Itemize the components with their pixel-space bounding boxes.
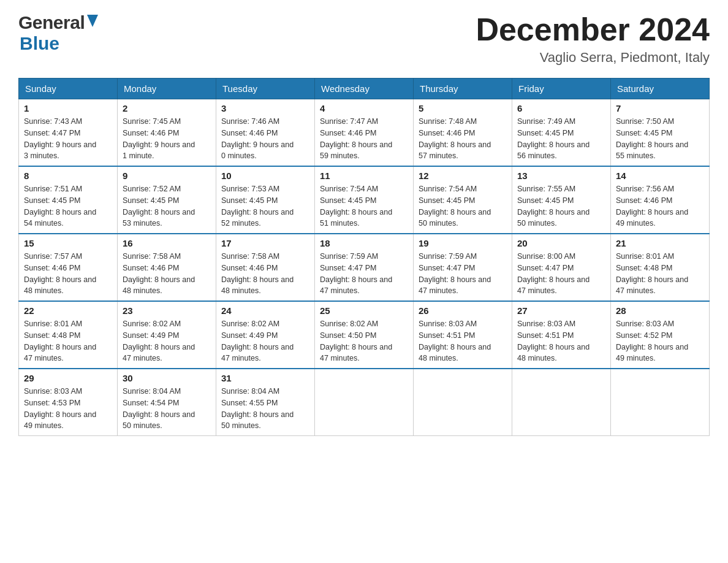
day-number: 3 [221,103,309,113]
day-number: 19 [419,238,507,248]
calendar-cell: 23Sunrise: 8:02 AMSunset: 4:49 PMDayligh… [118,301,216,369]
day-info: Sunrise: 7:54 AMSunset: 4:45 PMDaylight:… [419,183,507,229]
calendar-table: Sunday Monday Tuesday Wednesday Thursday… [18,78,710,436]
logo-blue-text: Blue [20,33,59,54]
day-info: Sunrise: 7:49 AMSunset: 4:45 PMDaylight:… [517,116,605,162]
day-number: 22 [24,305,112,316]
day-info: Sunrise: 7:48 AMSunset: 4:46 PMDaylight:… [419,116,507,162]
calendar-cell: 13Sunrise: 7:55 AMSunset: 4:45 PMDayligh… [512,166,611,234]
calendar-cell: 21Sunrise: 8:01 AMSunset: 4:48 PMDayligh… [611,234,710,301]
day-number: 31 [221,373,309,383]
day-info: Sunrise: 8:03 AMSunset: 4:51 PMDaylight:… [419,318,507,364]
day-number: 28 [616,305,704,316]
day-info: Sunrise: 8:02 AMSunset: 4:50 PMDaylight:… [320,318,408,364]
col-saturday: Saturday [611,79,710,99]
day-number: 13 [517,170,605,181]
calendar-cell: 14Sunrise: 7:56 AMSunset: 4:46 PMDayligh… [611,166,710,234]
page-header: General Blue December 2024 Vaglio Serra,… [18,12,710,66]
day-info: Sunrise: 7:53 AMSunset: 4:45 PMDaylight:… [221,183,309,229]
day-info: Sunrise: 7:46 AMSunset: 4:46 PMDaylight:… [221,116,309,162]
month-title: December 2024 [476,12,710,47]
day-number: 2 [123,103,211,113]
day-number: 1 [24,103,112,113]
calendar-cell: 25Sunrise: 8:02 AMSunset: 4:50 PMDayligh… [315,301,414,369]
calendar-cell: 16Sunrise: 7:58 AMSunset: 4:46 PMDayligh… [118,234,216,301]
calendar-cell: 22Sunrise: 8:01 AMSunset: 4:48 PMDayligh… [19,301,118,369]
calendar-cell: 27Sunrise: 8:03 AMSunset: 4:51 PMDayligh… [512,301,611,369]
day-number: 6 [517,103,605,113]
day-number: 30 [123,373,211,383]
day-info: Sunrise: 7:59 AMSunset: 4:47 PMDaylight:… [419,251,507,297]
svg-marker-0 [87,15,98,27]
week-row-3: 15Sunrise: 7:57 AMSunset: 4:46 PMDayligh… [19,234,710,301]
logo: General Blue [18,12,99,54]
day-info: Sunrise: 8:03 AMSunset: 4:51 PMDaylight:… [517,318,605,364]
day-number: 16 [123,238,211,248]
calendar-cell [512,369,611,436]
calendar-cell: 5Sunrise: 7:48 AMSunset: 4:46 PMDaylight… [414,99,512,167]
week-row-4: 22Sunrise: 8:01 AMSunset: 4:48 PMDayligh… [19,301,710,369]
day-info: Sunrise: 8:02 AMSunset: 4:49 PMDaylight:… [221,318,309,364]
day-number: 15 [24,238,112,248]
day-number: 10 [221,170,309,181]
calendar-cell: 18Sunrise: 7:59 AMSunset: 4:47 PMDayligh… [315,234,414,301]
day-number: 25 [320,305,408,316]
calendar-cell: 2Sunrise: 7:45 AMSunset: 4:46 PMDaylight… [118,99,216,167]
calendar-header: Sunday Monday Tuesday Wednesday Thursday… [19,79,710,99]
calendar-cell: 3Sunrise: 7:46 AMSunset: 4:46 PMDaylight… [216,99,315,167]
day-info: Sunrise: 7:43 AMSunset: 4:47 PMDaylight:… [24,116,112,162]
day-number: 18 [320,238,408,248]
logo-general-text: General [18,12,85,33]
day-info: Sunrise: 8:00 AMSunset: 4:47 PMDaylight:… [517,251,605,297]
calendar-cell [315,369,414,436]
location-text: Vaglio Serra, Piedmont, Italy [476,50,710,66]
col-sunday: Sunday [19,79,118,99]
calendar-cell: 9Sunrise: 7:52 AMSunset: 4:45 PMDaylight… [118,166,216,234]
col-wednesday: Wednesday [315,79,414,99]
day-number: 27 [517,305,605,316]
day-info: Sunrise: 7:57 AMSunset: 4:46 PMDaylight:… [24,251,112,297]
day-info: Sunrise: 8:04 AMSunset: 4:54 PMDaylight:… [123,386,211,432]
calendar-cell: 28Sunrise: 8:03 AMSunset: 4:52 PMDayligh… [611,301,710,369]
calendar-cell: 6Sunrise: 7:49 AMSunset: 4:45 PMDaylight… [512,99,611,167]
day-info: Sunrise: 8:03 AMSunset: 4:53 PMDaylight:… [24,386,112,432]
day-info: Sunrise: 7:55 AMSunset: 4:45 PMDaylight:… [517,183,605,229]
calendar-cell: 10Sunrise: 7:53 AMSunset: 4:45 PMDayligh… [216,166,315,234]
day-info: Sunrise: 8:01 AMSunset: 4:48 PMDaylight:… [24,318,112,364]
col-tuesday: Tuesday [216,79,315,99]
logo-arrow-icon [86,13,99,32]
calendar-body: 1Sunrise: 7:43 AMSunset: 4:47 PMDaylight… [19,99,710,436]
col-thursday: Thursday [414,79,512,99]
day-number: 26 [419,305,507,316]
calendar-cell: 19Sunrise: 7:59 AMSunset: 4:47 PMDayligh… [414,234,512,301]
header-row: Sunday Monday Tuesday Wednesday Thursday… [19,79,710,99]
calendar-cell [611,369,710,436]
day-number: 7 [616,103,704,113]
day-info: Sunrise: 7:59 AMSunset: 4:47 PMDaylight:… [320,251,408,297]
day-info: Sunrise: 8:01 AMSunset: 4:48 PMDaylight:… [616,251,704,297]
day-number: 4 [320,103,408,113]
calendar-cell: 17Sunrise: 7:58 AMSunset: 4:46 PMDayligh… [216,234,315,301]
calendar-cell [414,369,512,436]
calendar-cell: 4Sunrise: 7:47 AMSunset: 4:46 PMDaylight… [315,99,414,167]
day-info: Sunrise: 8:03 AMSunset: 4:52 PMDaylight:… [616,318,704,364]
calendar-cell: 29Sunrise: 8:03 AMSunset: 4:53 PMDayligh… [19,369,118,436]
calendar-cell: 12Sunrise: 7:54 AMSunset: 4:45 PMDayligh… [414,166,512,234]
day-number: 29 [24,373,112,383]
calendar-cell: 26Sunrise: 8:03 AMSunset: 4:51 PMDayligh… [414,301,512,369]
day-number: 12 [419,170,507,181]
day-number: 20 [517,238,605,248]
calendar-cell: 30Sunrise: 8:04 AMSunset: 4:54 PMDayligh… [118,369,216,436]
day-number: 23 [123,305,211,316]
week-row-2: 8Sunrise: 7:51 AMSunset: 4:45 PMDaylight… [19,166,710,234]
col-monday: Monday [118,79,216,99]
calendar-cell: 1Sunrise: 7:43 AMSunset: 4:47 PMDaylight… [19,99,118,167]
week-row-1: 1Sunrise: 7:43 AMSunset: 4:47 PMDaylight… [19,99,710,167]
day-number: 11 [320,170,408,181]
calendar-cell: 20Sunrise: 8:00 AMSunset: 4:47 PMDayligh… [512,234,611,301]
day-number: 21 [616,238,704,248]
day-info: Sunrise: 7:47 AMSunset: 4:46 PMDaylight:… [320,116,408,162]
col-friday: Friday [512,79,611,99]
day-number: 14 [616,170,704,181]
calendar-cell: 24Sunrise: 8:02 AMSunset: 4:49 PMDayligh… [216,301,315,369]
